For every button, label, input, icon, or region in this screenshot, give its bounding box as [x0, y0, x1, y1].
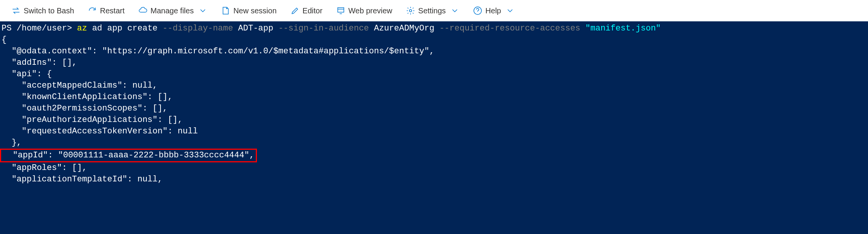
value-signin: AzureADMyOrg: [369, 24, 440, 33]
restart-label: Restart: [100, 6, 124, 15]
settings-button[interactable]: Settings: [399, 0, 466, 21]
help-label: Help: [485, 6, 501, 15]
manage-files-label: Manage files: [151, 6, 194, 15]
switch-label: Switch to Bash: [24, 6, 74, 15]
output-line: "api": {: [2, 69, 52, 79]
help-icon: [473, 6, 482, 15]
cmd-rest: ad app create: [87, 24, 162, 33]
appid-highlight-box: "appId": "00001111-aaaa-2222-bbbb-3333cc…: [0, 149, 257, 162]
pencil-icon: [290, 6, 300, 15]
param-signin: --sign-in-audience: [278, 24, 369, 33]
gear-icon: [406, 6, 415, 15]
cloud-files-icon: [138, 6, 148, 15]
restart-button[interactable]: Restart: [81, 0, 131, 21]
output-line: "addIns": [],: [2, 58, 77, 67]
output-line: "@odata.context": "https://graph.microso…: [2, 46, 434, 56]
output-line: "appRoles": [],: [2, 163, 87, 173]
param-display-name: --display-name: [163, 24, 233, 33]
new-session-label: New session: [233, 6, 276, 15]
output-line: "oauth2PermissionScopes": [],: [2, 104, 168, 113]
editor-button[interactable]: Editor: [284, 0, 329, 21]
output-line: "acceptMappedClaims": null,: [2, 81, 157, 90]
manage-files-button[interactable]: Manage files: [132, 0, 214, 21]
value-manifest: "manifest.json": [580, 24, 661, 33]
web-preview-icon: [336, 6, 345, 15]
chevron-down-icon: [505, 6, 515, 15]
prompt-prefix: PS: [2, 24, 17, 33]
editor-label: Editor: [303, 6, 322, 15]
output-line: "preAuthorizedApplications": [],: [2, 115, 183, 125]
switch-to-bash-button[interactable]: Switch to Bash: [5, 0, 81, 21]
web-preview-label: Web preview: [348, 6, 392, 15]
new-session-icon: [221, 6, 230, 15]
web-preview-button[interactable]: Web preview: [329, 0, 399, 21]
param-resources: --required-resource-accesses: [440, 24, 581, 33]
prompt-path: /home/user: [17, 24, 67, 33]
output-line: {: [2, 35, 6, 45]
output-line: },: [2, 138, 22, 147]
cmd-az: az: [77, 24, 87, 33]
chevron-down-icon: [450, 6, 459, 15]
terminal-output[interactable]: PS /home/user> az ad app create --displa…: [0, 21, 868, 187]
chevron-down-icon: [198, 6, 207, 15]
svg-point-0: [409, 10, 412, 12]
output-line: "applicationTemplateId": null,: [2, 175, 162, 184]
swap-icon: [11, 6, 21, 15]
restart-icon: [88, 6, 97, 15]
settings-label: Settings: [418, 6, 446, 15]
cloud-shell-toolbar: Switch to Bash Restart Manage files New …: [0, 0, 868, 21]
prompt-suffix: >: [67, 24, 77, 33]
output-line-appid: "appId": "00001111-aaaa-2222-bbbb-3333cc…: [3, 151, 254, 160]
new-session-button[interactable]: New session: [214, 0, 283, 21]
value-display-name: ADT-app: [233, 24, 278, 33]
help-button[interactable]: Help: [466, 0, 521, 21]
output-line: "knownClientApplications": [],: [2, 92, 173, 102]
output-line: "requestedAccessTokenVersion": null: [2, 127, 198, 136]
